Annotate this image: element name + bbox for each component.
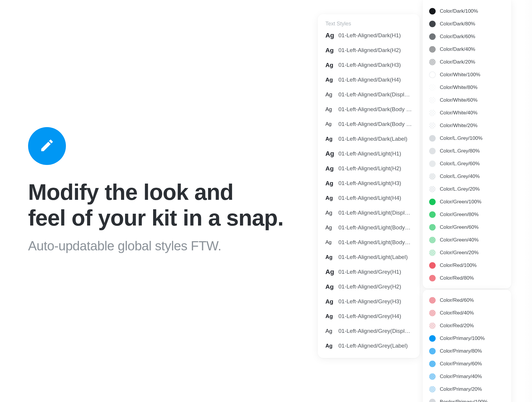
text-style-row[interactable]: Ag01-Left-Aligned/Light(H3)	[318, 176, 420, 191]
text-style-row[interactable]: Ag01-Left-Aligned/Dark(H1)	[318, 28, 420, 43]
text-style-row[interactable]: Ag01-Left-Aligned/Light(Display)	[318, 205, 420, 220]
text-style-sample-icon: Ag	[325, 180, 334, 187]
text-style-sample-icon: Ag	[325, 210, 334, 216]
color-style-row[interactable]: Color/Red/20%	[423, 319, 511, 332]
color-style-row[interactable]: Color/Dark/60%	[423, 30, 511, 43]
color-style-row[interactable]: Color/Green/60%	[423, 221, 511, 234]
color-style-label: Color/White/20%	[440, 123, 478, 129]
color-style-row[interactable]: Color/Dark/40%	[423, 43, 511, 56]
text-style-sample-icon: Ag	[325, 32, 334, 39]
text-style-sample-icon: Ag	[325, 239, 334, 245]
text-style-row[interactable]: Ag01-Left-Aligned/Grey(Label)	[318, 338, 420, 353]
text-style-sample-icon: Ag	[325, 150, 334, 158]
color-swatch-icon	[429, 173, 436, 180]
text-style-row[interactable]: Ag01-Left-Aligned/Grey(H2)	[318, 279, 420, 294]
color-style-row[interactable]: Color/Red/100%	[423, 259, 511, 272]
color-swatch-icon	[429, 322, 436, 329]
color-swatch-icon	[429, 110, 436, 116]
text-style-row[interactable]: Ag01-Left-Aligned/Dark(Label)	[318, 132, 420, 146]
color-style-row[interactable]: Color/Primary/60%	[423, 357, 511, 370]
text-style-row[interactable]: Ag01-Left-Aligned/Light(H1)	[318, 146, 420, 161]
color-style-row[interactable]: Color/Green/20%	[423, 246, 511, 259]
color-style-row[interactable]: Color/Red/80%	[423, 272, 511, 284]
color-style-row[interactable]: Color/L.Grey/100%	[423, 132, 511, 145]
color-style-row[interactable]: Color/L.Grey/80%	[423, 145, 511, 157]
text-style-row[interactable]: Ag01-Left-Aligned/Light(H2)	[318, 161, 420, 176]
hero-title-line2: feel of your kit in a snap.	[28, 205, 283, 230]
color-style-row[interactable]: Color/White/80%	[423, 81, 511, 94]
text-style-label: 01-Left-Aligned/Grey(H2)	[338, 283, 401, 290]
color-style-row[interactable]: Color/Primary/100%	[423, 332, 511, 345]
color-swatch-icon	[429, 224, 436, 231]
color-style-row[interactable]: Color/Primary/40%	[423, 370, 511, 383]
color-style-label: Color/White/60%	[440, 97, 478, 103]
hero-title: Modify the look and feel of your kit in …	[28, 179, 309, 231]
color-style-label: Color/Green/100%	[440, 199, 481, 205]
color-style-row[interactable]: Color/White/100%	[423, 68, 511, 81]
text-style-row[interactable]: Ag01-Left-Aligned/Light(Label)	[318, 250, 420, 265]
color-style-row[interactable]: Color/Primary/80%	[423, 345, 511, 357]
text-style-label: 01-Left-Aligned/Light(Body …	[338, 224, 412, 231]
color-style-row[interactable]: Border/Primary/100%	[423, 395, 511, 402]
text-styles-panel: Text Styles Ag01-Left-Aligned/Dark(H1)Ag…	[318, 14, 420, 358]
text-style-label: 01-Left-Aligned/Light(Display)	[338, 210, 412, 216]
text-style-label: 01-Left-Aligned/Dark(Label)	[338, 136, 407, 142]
text-style-row[interactable]: Ag01-Left-Aligned/Dark(Display)	[318, 87, 420, 102]
stage: Modify the look and feel of your kit in …	[0, 0, 532, 402]
color-style-label: Color/Red/60%	[440, 297, 474, 303]
color-style-row[interactable]: Color/L.Grey/20%	[423, 183, 511, 195]
color-style-label: Color/L.Grey/100%	[440, 135, 483, 141]
text-style-row[interactable]: Ag01-Left-Aligned/Dark(H3)	[318, 58, 420, 72]
text-style-row[interactable]: Ag01-Left-Aligned/Dark(H2)	[318, 43, 420, 58]
color-style-row[interactable]: Color/Green/80%	[423, 208, 511, 221]
text-style-row[interactable]: Ag01-Left-Aligned/Grey(H3)	[318, 294, 420, 309]
text-style-label: 01-Left-Aligned/Grey(H4)	[338, 313, 401, 320]
color-swatch-icon	[429, 59, 436, 65]
text-style-label: 01-Left-Aligned/Grey(H3)	[338, 298, 401, 305]
color-style-row[interactable]: Color/Dark/20%	[423, 56, 511, 68]
color-style-label: Color/Dark/60%	[440, 34, 475, 40]
color-style-row[interactable]: Color/L.Grey/60%	[423, 157, 511, 170]
color-style-row[interactable]: Color/Green/100%	[423, 195, 511, 208]
color-style-label: Color/Dark/40%	[440, 46, 475, 52]
color-style-row[interactable]: Color/Green/40%	[423, 234, 511, 246]
text-style-row[interactable]: Ag01-Left-Aligned/Light(Body …	[318, 235, 420, 250]
text-style-sample-icon: Ag	[325, 195, 334, 201]
color-style-label: Color/Primary/40%	[440, 374, 482, 380]
color-style-label: Color/Primary/100%	[440, 335, 485, 341]
text-style-label: 01-Left-Aligned/Light(H3)	[338, 180, 401, 187]
color-style-row[interactable]: Color/Red/40%	[423, 307, 511, 319]
color-style-row[interactable]: Color/Dark/80%	[423, 17, 511, 30]
color-swatch-icon	[429, 72, 436, 78]
text-style-sample-icon: Ag	[325, 298, 334, 305]
text-style-row[interactable]: Ag01-Left-Aligned/Light(Body …	[318, 220, 420, 235]
color-swatch-icon	[429, 135, 436, 142]
color-style-row[interactable]: Color/L.Grey/40%	[423, 170, 511, 183]
text-style-label: 01-Left-Aligned/Light(H4)	[338, 195, 401, 201]
text-style-label: 01-Left-Aligned/Dark(Body L…	[338, 106, 412, 113]
color-style-label: Border/Primary/100%	[440, 399, 488, 402]
color-swatch-icon	[429, 373, 436, 380]
color-style-row[interactable]: Color/White/60%	[423, 94, 511, 106]
color-style-label: Color/Red/80%	[440, 275, 474, 281]
text-style-label: 01-Left-Aligned/Light(Label)	[338, 254, 408, 260]
color-style-row[interactable]: Color/Dark/100%	[423, 5, 511, 17]
color-style-label: Color/Green/60%	[440, 224, 479, 230]
color-style-row[interactable]: Color/White/40%	[423, 106, 511, 119]
text-style-row[interactable]: Ag01-Left-Aligned/Dark(Body L…	[318, 102, 420, 117]
text-style-row[interactable]: Ag01-Left-Aligned/Dark(Body S…	[318, 117, 420, 132]
pencil-icon	[39, 138, 55, 154]
color-style-row[interactable]: Color/Primary/20%	[423, 383, 511, 395]
text-style-row[interactable]: Ag01-Left-Aligned/Light(H4)	[318, 191, 420, 205]
color-styles-list-top: Color/Dark/100%Color/Dark/80%Color/Dark/…	[423, 5, 511, 284]
text-style-row[interactable]: Ag01-Left-Aligned/Grey(H4)	[318, 309, 420, 324]
color-style-row[interactable]: Color/White/20%	[423, 119, 511, 132]
color-style-row[interactable]: Color/Red/60%	[423, 294, 511, 307]
text-style-row[interactable]: Ag01-Left-Aligned/Grey(Display)	[318, 324, 420, 338]
text-style-row[interactable]: Ag01-Left-Aligned/Grey(H1)	[318, 265, 420, 279]
text-styles-header: Text Styles	[318, 21, 420, 28]
text-style-row[interactable]: Ag01-Left-Aligned/Dark(H4)	[318, 72, 420, 87]
text-style-label: 01-Left-Aligned/Light(Body …	[338, 239, 412, 246]
text-style-sample-icon: Ag	[325, 225, 334, 231]
text-style-label: 01-Left-Aligned/Grey(Display)	[338, 328, 412, 334]
